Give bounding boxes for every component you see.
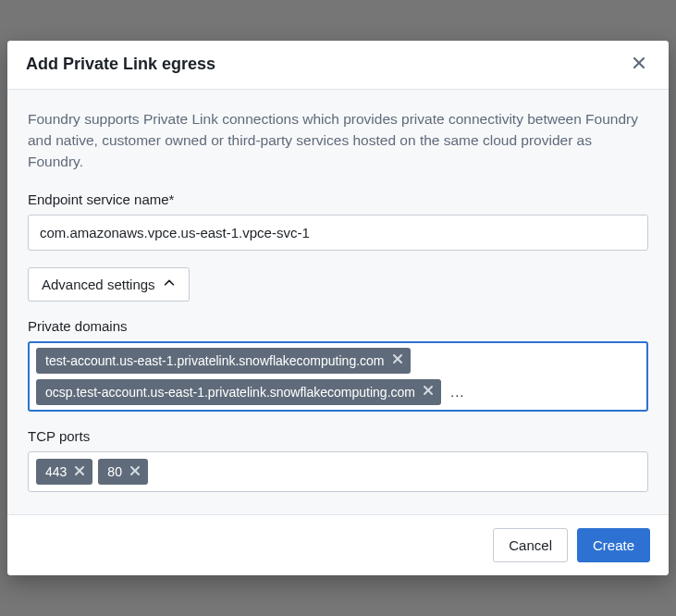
- x-icon: [392, 353, 403, 367]
- port-tag-text: 443: [45, 463, 67, 480]
- remove-tag-button[interactable]: [392, 353, 403, 367]
- domain-tag: ocsp.test-account.us-east-1.privatelink.…: [36, 379, 441, 405]
- port-tag-text: 80: [107, 463, 122, 480]
- overflow-indicator: ...: [447, 384, 469, 400]
- domain-tag: test-account.us-east-1.privatelink.snowf…: [36, 348, 411, 374]
- cancel-button[interactable]: Cancel: [493, 528, 568, 562]
- close-icon: [632, 55, 646, 73]
- x-icon: [74, 465, 85, 479]
- intro-text: Foundry supports Private Link connection…: [28, 108, 648, 173]
- private-domains-input[interactable]: test-account.us-east-1.privatelink.snowf…: [28, 341, 648, 412]
- dialog-footer: Cancel Create: [7, 514, 669, 575]
- dialog-header: Add Private Link egress: [7, 41, 669, 90]
- dialog-body: Foundry supports Private Link connection…: [7, 90, 669, 514]
- port-tag: 443: [36, 459, 92, 485]
- private-domains-field: Private domains test-account.us-east-1.p…: [28, 318, 648, 412]
- tcp-ports-input[interactable]: 443 80: [28, 451, 648, 492]
- domain-tag-text: ocsp.test-account.us-east-1.privatelink.…: [45, 384, 415, 400]
- private-domains-label: Private domains: [28, 318, 648, 334]
- endpoint-input[interactable]: [28, 215, 648, 251]
- remove-tag-button[interactable]: [423, 385, 434, 399]
- chevron-up-icon: [163, 277, 176, 292]
- advanced-settings-section: Advanced settings: [28, 267, 648, 302]
- add-private-link-dialog: Add Private Link egress Foundry supports…: [7, 41, 669, 575]
- advanced-settings-label: Advanced settings: [42, 277, 155, 292]
- tcp-ports-field: TCP ports 443 80: [28, 428, 648, 492]
- remove-tag-button[interactable]: [129, 465, 141, 479]
- tcp-ports-label: TCP ports: [28, 428, 648, 444]
- endpoint-field: Endpoint service name*: [28, 191, 648, 251]
- advanced-settings-toggle[interactable]: Advanced settings: [28, 267, 190, 302]
- remove-tag-button[interactable]: [74, 465, 85, 479]
- domain-tag-text: test-account.us-east-1.privatelink.snowf…: [45, 352, 385, 369]
- create-button[interactable]: Create: [577, 528, 650, 562]
- x-icon: [423, 385, 434, 399]
- endpoint-label: Endpoint service name*: [28, 191, 648, 207]
- close-button[interactable]: [628, 54, 650, 76]
- x-icon: [129, 465, 141, 479]
- port-tag: 80: [98, 459, 148, 485]
- dialog-title: Add Private Link egress: [26, 55, 215, 74]
